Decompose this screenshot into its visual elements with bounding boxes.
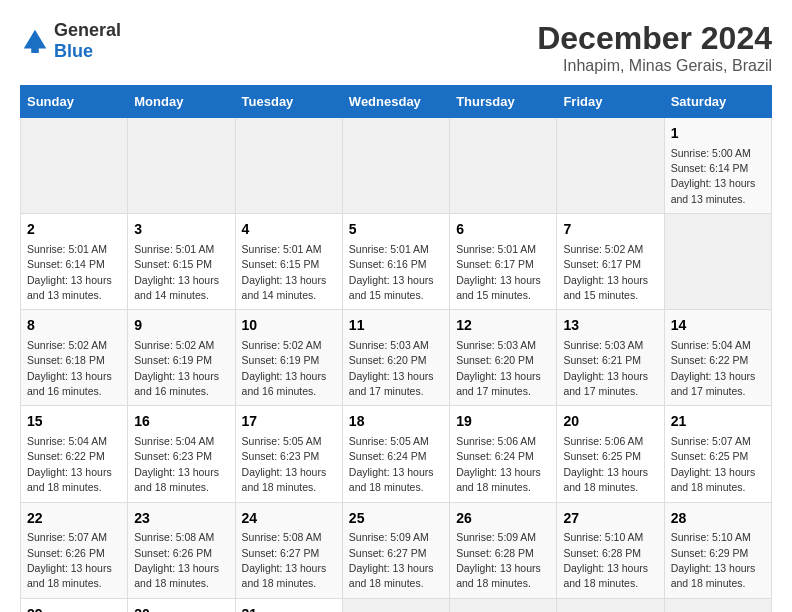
day-number: 20: [563, 412, 657, 432]
day-number: 23: [134, 509, 228, 529]
calendar-cell: [664, 598, 771, 612]
header-day-wednesday: Wednesday: [342, 86, 449, 118]
day-number: 12: [456, 316, 550, 336]
calendar-cell: 24Sunrise: 5:08 AMSunset: 6:27 PMDayligh…: [235, 502, 342, 598]
day-info: Sunrise: 5:02 AMSunset: 6:19 PMDaylight:…: [134, 339, 219, 397]
calendar-cell: 22Sunrise: 5:07 AMSunset: 6:26 PMDayligh…: [21, 502, 128, 598]
day-number: 19: [456, 412, 550, 432]
day-number: 26: [456, 509, 550, 529]
day-info: Sunrise: 5:10 AMSunset: 6:29 PMDaylight:…: [671, 531, 756, 589]
day-number: 30: [134, 605, 228, 612]
calendar-cell: 5Sunrise: 5:01 AMSunset: 6:16 PMDaylight…: [342, 214, 449, 310]
day-number: 4: [242, 220, 336, 240]
page-header: General Blue December 2024 Inhapim, Mina…: [20, 20, 772, 75]
day-info: Sunrise: 5:06 AMSunset: 6:25 PMDaylight:…: [563, 435, 648, 493]
calendar-cell: [664, 214, 771, 310]
logo-blue-text: Blue: [54, 41, 93, 61]
day-number: 13: [563, 316, 657, 336]
calendar-cell: 17Sunrise: 5:05 AMSunset: 6:23 PMDayligh…: [235, 406, 342, 502]
calendar-cell: 15Sunrise: 5:04 AMSunset: 6:22 PMDayligh…: [21, 406, 128, 502]
header-day-friday: Friday: [557, 86, 664, 118]
calendar-cell: [450, 598, 557, 612]
calendar-cell: 7Sunrise: 5:02 AMSunset: 6:17 PMDaylight…: [557, 214, 664, 310]
day-info: Sunrise: 5:05 AMSunset: 6:23 PMDaylight:…: [242, 435, 327, 493]
calendar-week-1: 2Sunrise: 5:01 AMSunset: 6:14 PMDaylight…: [21, 214, 772, 310]
logo: General Blue: [20, 20, 121, 62]
svg-rect-1: [31, 47, 39, 53]
day-number: 21: [671, 412, 765, 432]
main-title: December 2024: [537, 20, 772, 57]
calendar-cell: 29Sunrise: 5:11 AMSunset: 6:29 PMDayligh…: [21, 598, 128, 612]
calendar-cell: 26Sunrise: 5:09 AMSunset: 6:28 PMDayligh…: [450, 502, 557, 598]
day-info: Sunrise: 5:03 AMSunset: 6:21 PMDaylight:…: [563, 339, 648, 397]
day-info: Sunrise: 5:01 AMSunset: 6:14 PMDaylight:…: [27, 243, 112, 301]
calendar-cell: 25Sunrise: 5:09 AMSunset: 6:27 PMDayligh…: [342, 502, 449, 598]
day-number: 11: [349, 316, 443, 336]
day-info: Sunrise: 5:04 AMSunset: 6:22 PMDaylight:…: [671, 339, 756, 397]
day-number: 7: [563, 220, 657, 240]
calendar-cell: [557, 598, 664, 612]
day-number: 17: [242, 412, 336, 432]
calendar-cell: [557, 118, 664, 214]
day-number: 14: [671, 316, 765, 336]
calendar-cell: 12Sunrise: 5:03 AMSunset: 6:20 PMDayligh…: [450, 310, 557, 406]
day-number: 9: [134, 316, 228, 336]
calendar-cell: 6Sunrise: 5:01 AMSunset: 6:17 PMDaylight…: [450, 214, 557, 310]
day-info: Sunrise: 5:00 AMSunset: 6:14 PMDaylight:…: [671, 147, 756, 205]
calendar-week-5: 29Sunrise: 5:11 AMSunset: 6:29 PMDayligh…: [21, 598, 772, 612]
header-day-saturday: Saturday: [664, 86, 771, 118]
day-info: Sunrise: 5:08 AMSunset: 6:26 PMDaylight:…: [134, 531, 219, 589]
day-info: Sunrise: 5:07 AMSunset: 6:26 PMDaylight:…: [27, 531, 112, 589]
day-info: Sunrise: 5:01 AMSunset: 6:15 PMDaylight:…: [242, 243, 327, 301]
calendar-cell: 30Sunrise: 5:12 AMSunset: 6:29 PMDayligh…: [128, 598, 235, 612]
calendar-week-3: 15Sunrise: 5:04 AMSunset: 6:22 PMDayligh…: [21, 406, 772, 502]
day-info: Sunrise: 5:02 AMSunset: 6:17 PMDaylight:…: [563, 243, 648, 301]
day-info: Sunrise: 5:02 AMSunset: 6:19 PMDaylight:…: [242, 339, 327, 397]
day-info: Sunrise: 5:03 AMSunset: 6:20 PMDaylight:…: [349, 339, 434, 397]
title-area: December 2024 Inhapim, Minas Gerais, Bra…: [537, 20, 772, 75]
svg-marker-0: [24, 30, 47, 49]
day-number: 3: [134, 220, 228, 240]
day-info: Sunrise: 5:03 AMSunset: 6:20 PMDaylight:…: [456, 339, 541, 397]
day-number: 22: [27, 509, 121, 529]
calendar-cell: 28Sunrise: 5:10 AMSunset: 6:29 PMDayligh…: [664, 502, 771, 598]
day-number: 27: [563, 509, 657, 529]
calendar-cell: 2Sunrise: 5:01 AMSunset: 6:14 PMDaylight…: [21, 214, 128, 310]
day-info: Sunrise: 5:01 AMSunset: 6:17 PMDaylight:…: [456, 243, 541, 301]
calendar-cell: [21, 118, 128, 214]
calendar-cell: 21Sunrise: 5:07 AMSunset: 6:25 PMDayligh…: [664, 406, 771, 502]
day-info: Sunrise: 5:02 AMSunset: 6:18 PMDaylight:…: [27, 339, 112, 397]
calendar-week-4: 22Sunrise: 5:07 AMSunset: 6:26 PMDayligh…: [21, 502, 772, 598]
header-day-sunday: Sunday: [21, 86, 128, 118]
calendar-cell: 10Sunrise: 5:02 AMSunset: 6:19 PMDayligh…: [235, 310, 342, 406]
day-info: Sunrise: 5:04 AMSunset: 6:22 PMDaylight:…: [27, 435, 112, 493]
calendar-cell: 27Sunrise: 5:10 AMSunset: 6:28 PMDayligh…: [557, 502, 664, 598]
day-number: 28: [671, 509, 765, 529]
day-info: Sunrise: 5:01 AMSunset: 6:16 PMDaylight:…: [349, 243, 434, 301]
day-number: 1: [671, 124, 765, 144]
calendar-cell: 8Sunrise: 5:02 AMSunset: 6:18 PMDaylight…: [21, 310, 128, 406]
calendar-week-2: 8Sunrise: 5:02 AMSunset: 6:18 PMDaylight…: [21, 310, 772, 406]
day-number: 16: [134, 412, 228, 432]
day-info: Sunrise: 5:04 AMSunset: 6:23 PMDaylight:…: [134, 435, 219, 493]
calendar-cell: 3Sunrise: 5:01 AMSunset: 6:15 PMDaylight…: [128, 214, 235, 310]
day-info: Sunrise: 5:05 AMSunset: 6:24 PMDaylight:…: [349, 435, 434, 493]
calendar-cell: 19Sunrise: 5:06 AMSunset: 6:24 PMDayligh…: [450, 406, 557, 502]
calendar-cell: 18Sunrise: 5:05 AMSunset: 6:24 PMDayligh…: [342, 406, 449, 502]
day-number: 18: [349, 412, 443, 432]
calendar-cell: 31Sunrise: 5:12 AMSunset: 6:30 PMDayligh…: [235, 598, 342, 612]
day-info: Sunrise: 5:08 AMSunset: 6:27 PMDaylight:…: [242, 531, 327, 589]
calendar-week-0: 1Sunrise: 5:00 AMSunset: 6:14 PMDaylight…: [21, 118, 772, 214]
calendar-cell: 16Sunrise: 5:04 AMSunset: 6:23 PMDayligh…: [128, 406, 235, 502]
calendar-cell: 11Sunrise: 5:03 AMSunset: 6:20 PMDayligh…: [342, 310, 449, 406]
calendar-cell: 20Sunrise: 5:06 AMSunset: 6:25 PMDayligh…: [557, 406, 664, 502]
logo-general-text: General: [54, 20, 121, 40]
calendar-cell: [342, 118, 449, 214]
header-day-monday: Monday: [128, 86, 235, 118]
calendar-header-row: SundayMondayTuesdayWednesdayThursdayFrid…: [21, 86, 772, 118]
day-info: Sunrise: 5:10 AMSunset: 6:28 PMDaylight:…: [563, 531, 648, 589]
day-info: Sunrise: 5:06 AMSunset: 6:24 PMDaylight:…: [456, 435, 541, 493]
calendar-cell: 23Sunrise: 5:08 AMSunset: 6:26 PMDayligh…: [128, 502, 235, 598]
day-number: 24: [242, 509, 336, 529]
calendar-cell: 4Sunrise: 5:01 AMSunset: 6:15 PMDaylight…: [235, 214, 342, 310]
